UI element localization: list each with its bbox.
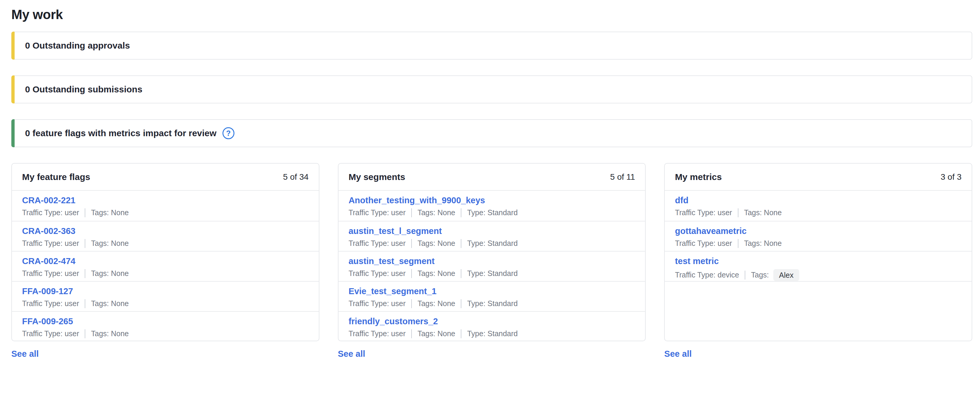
metrics-column: My metrics 3 of 3 dfd Traffic Type: user…: [664, 163, 972, 359]
traffic-type: Traffic Type: user: [22, 269, 79, 278]
tags: Tags: None: [418, 269, 455, 278]
card-header: My metrics 3 of 3: [665, 164, 972, 191]
banner-text: 0 Outstanding approvals: [25, 41, 130, 51]
list-item: gottahaveametric Traffic Type: userTags:…: [665, 221, 972, 251]
traffic-type: Traffic Type: user: [348, 269, 406, 278]
meta-divider: [461, 239, 461, 248]
meta-divider: [411, 208, 412, 217]
item-meta: Traffic Type: userTags: None: [22, 239, 309, 248]
feature-flag-link[interactable]: CRA-002-474: [22, 256, 75, 267]
traffic-type: Traffic Type: device: [675, 271, 739, 279]
tags: Tags: None: [744, 208, 782, 217]
feature-flag-link[interactable]: CRA-002-363: [22, 226, 75, 236]
list-item: FFA-009-265 Traffic Type: userTags: None: [12, 311, 319, 341]
segment-link[interactable]: Evie_test_segment_1: [348, 286, 437, 297]
item-meta: Traffic Type: userTags: None: [675, 208, 961, 217]
meta-divider: [738, 208, 738, 217]
page-title: My work: [11, 7, 972, 22]
banner-accent-bar: [11, 119, 14, 147]
tags: Tags: None: [418, 208, 455, 217]
tags: Tags: None: [418, 299, 455, 308]
outstanding-submissions-banner: 0 Outstanding submissions: [11, 75, 972, 103]
outstanding-approvals-banner: 0 Outstanding approvals: [11, 32, 972, 60]
list-item: friendly_customers_2 Traffic Type: userT…: [339, 311, 645, 341]
item-meta: Traffic Type: userTags: None: [675, 239, 961, 248]
tags: Tags: None: [91, 208, 129, 217]
meta-divider: [85, 329, 85, 338]
traffic-type: Traffic Type: user: [348, 329, 406, 338]
card-header: My segments 5 of 11: [339, 164, 645, 191]
meta-divider: [411, 239, 412, 248]
tags: Tags: None: [418, 329, 455, 338]
meta-divider: [411, 329, 412, 338]
item-meta: Traffic Type: userTags: None: [22, 269, 309, 278]
card-title: My segments: [348, 172, 405, 182]
feature-flags-list: CRA-002-221 Traffic Type: userTags: None…: [12, 191, 319, 341]
segment-type: Type: Standard: [467, 269, 518, 278]
metrics-list: dfd Traffic Type: userTags: None gottaha…: [665, 191, 972, 341]
meta-divider: [461, 299, 461, 308]
banner-text: 0 feature flags with metrics impact for …: [25, 128, 216, 138]
tags-label: Tags:: [751, 271, 769, 279]
item-meta: Traffic Type: deviceTags:Alex: [675, 269, 961, 281]
metric-link[interactable]: gottahaveametric: [675, 226, 746, 236]
item-meta: Traffic Type: userTags: None: [22, 329, 309, 338]
question-circle-icon[interactable]: ?: [223, 127, 234, 139]
tags: Tags: None: [91, 239, 129, 248]
see-all-feature-flags-link[interactable]: See all: [11, 349, 39, 359]
metric-link[interactable]: dfd: [675, 195, 688, 206]
metrics-impact-banner: 0 feature flags with metrics impact for …: [11, 119, 972, 147]
list-item: CRA-002-221 Traffic Type: userTags: None: [12, 191, 319, 221]
list-item: Another_testing_with_9900_keys Traffic T…: [339, 191, 645, 221]
traffic-type: Traffic Type: user: [675, 208, 732, 217]
card-count: 5 of 34: [283, 172, 309, 182]
segment-type: Type: Standard: [467, 208, 518, 217]
list-item: Evie_test_segment_1 Traffic Type: userTa…: [339, 281, 645, 311]
segment-link[interactable]: austin_test_segment: [348, 256, 435, 267]
item-meta: Traffic Type: userTags: NoneType: Standa…: [348, 299, 635, 308]
banner-accent-bar: [11, 32, 14, 60]
my-segments-card: My segments 5 of 11 Another_testing_with…: [338, 163, 646, 341]
see-all-metrics-link[interactable]: See all: [664, 349, 692, 359]
traffic-type: Traffic Type: user: [22, 299, 79, 308]
feature-flag-link[interactable]: FFA-009-127: [22, 286, 73, 297]
card-title: My feature flags: [22, 172, 90, 182]
list-item: CRA-002-363 Traffic Type: userTags: None: [12, 221, 319, 251]
segment-type: Type: Standard: [467, 239, 518, 248]
empty-list-space: [665, 281, 972, 341]
meta-divider: [411, 299, 412, 308]
list-item: CRA-002-474 Traffic Type: userTags: None: [12, 251, 319, 281]
list-item: FFA-009-127 Traffic Type: userTags: None: [12, 281, 319, 311]
status-banners: 0 Outstanding approvals 0 Outstanding su…: [11, 32, 972, 147]
feature-flags-column: My feature flags 5 of 34 CRA-002-221 Tra…: [11, 163, 320, 359]
meta-divider: [85, 239, 85, 248]
segment-link[interactable]: Another_testing_with_9900_keys: [348, 195, 485, 206]
segments-list: Another_testing_with_9900_keys Traffic T…: [339, 191, 645, 341]
traffic-type: Traffic Type: user: [675, 239, 732, 248]
card-count: 3 of 3: [941, 172, 961, 182]
meta-divider: [85, 299, 85, 308]
meta-divider: [411, 269, 412, 278]
feature-flag-link[interactable]: FFA-009-265: [22, 316, 73, 327]
banner-text: 0 Outstanding submissions: [25, 84, 142, 94]
card-count: 5 of 11: [610, 172, 635, 182]
list-item: dfd Traffic Type: userTags: None: [665, 191, 972, 221]
traffic-type: Traffic Type: user: [22, 239, 79, 248]
tag-chip: Alex: [773, 269, 799, 281]
metric-link[interactable]: test metric: [675, 256, 719, 267]
meta-divider: [745, 271, 745, 280]
my-feature-flags-card: My feature flags 5 of 34 CRA-002-221 Tra…: [11, 163, 320, 341]
meta-divider: [85, 269, 85, 278]
see-all-segments-link[interactable]: See all: [338, 349, 365, 359]
meta-divider: [461, 208, 461, 217]
segment-link[interactable]: austin_test_l_segment: [348, 226, 442, 236]
item-meta: Traffic Type: userTags: NoneType: Standa…: [348, 269, 635, 278]
meta-divider: [461, 329, 461, 338]
segment-link[interactable]: friendly_customers_2: [348, 316, 438, 327]
tags: Tags: None: [91, 299, 129, 308]
tags: Tags: None: [91, 269, 129, 278]
tags: Tags: None: [91, 329, 129, 338]
traffic-type: Traffic Type: user: [348, 299, 406, 308]
feature-flag-link[interactable]: CRA-002-221: [22, 195, 75, 206]
item-meta: Traffic Type: userTags: NoneType: Standa…: [348, 239, 635, 248]
